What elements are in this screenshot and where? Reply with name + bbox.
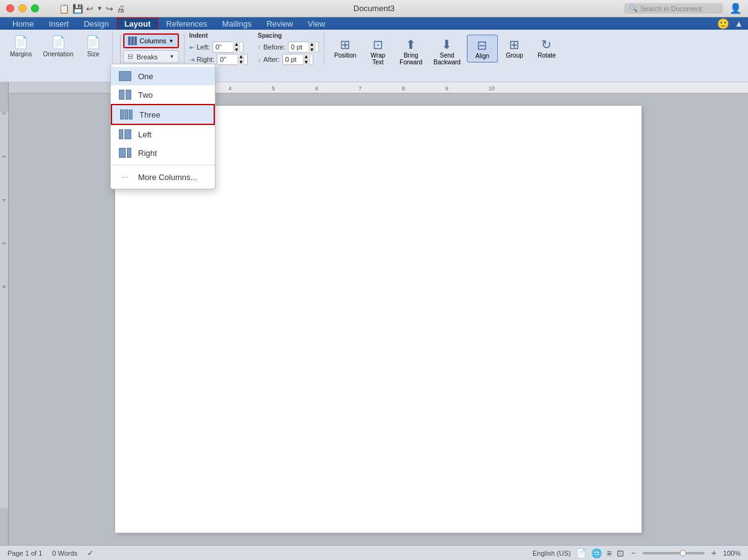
indent-left-up[interactable]: ▲: [233, 41, 240, 47]
bring-forward-label: BringForward: [399, 52, 422, 66]
indent-right-spinner[interactable]: ▲ ▼: [237, 54, 245, 65]
orientation-button[interactable]: 📄 Orientation: [38, 32, 79, 60]
columns-left-icon: [118, 129, 132, 140]
indent-right-up[interactable]: ▲: [237, 54, 245, 59]
spacing-before-label: Before:: [263, 43, 285, 51]
send-backward-button[interactable]: ⬇ SendBackward: [428, 35, 466, 68]
columns-three-icon: [120, 109, 133, 120]
page-setup-buttons: 📄 Margins 📄 Orientation 📄 Size: [5, 32, 107, 60]
indent-right-input[interactable]: 0" ▲ ▼: [217, 54, 248, 65]
spacing-after-label: After:: [263, 56, 279, 63]
spacing-after-value: 0 pt: [285, 56, 297, 63]
spacing-after-up[interactable]: ▲: [303, 54, 310, 59]
position-label: Position: [334, 52, 357, 59]
indent-right-value: 0": [220, 56, 226, 63]
view-focus-icon[interactable]: ⊡: [617, 548, 624, 558]
columns-two-option[interactable]: Two: [111, 85, 215, 104]
indent-left-value: 0": [215, 43, 222, 51]
status-bar: Page 1 of 1 0 Words ✓ English (US) 📄 🌐 ≡…: [0, 545, 748, 560]
wrap-text-button[interactable]: ⊡ WrapText: [362, 35, 393, 68]
align-label: Align: [476, 53, 489, 59]
language-display: English (US): [533, 549, 571, 557]
rotate-button[interactable]: ↻ Rotate: [531, 35, 562, 61]
more-columns-option[interactable]: ⋯ More Columns...: [111, 168, 215, 186]
spacing-after-down[interactable]: ▼: [303, 59, 310, 65]
breaks-arrow: ▼: [170, 54, 175, 59]
tab-references[interactable]: References: [159, 17, 214, 30]
indent-left-row: ⇤ Left: 0" ▲ ▼: [189, 41, 248, 53]
group-button[interactable]: ⊞ Group: [499, 35, 530, 61]
columns-dropdown-icon: ▼: [169, 38, 174, 44]
search-box[interactable]: 🔍 Search in Document: [624, 3, 723, 14]
zoom-minus[interactable]: －: [629, 548, 638, 559]
spacing-before-up[interactable]: ▲: [308, 41, 316, 47]
spacing-after-input[interactable]: 0 pt ▲ ▼: [282, 54, 313, 65]
undo-dropdown-icon[interactable]: ▼: [97, 5, 103, 12]
margins-button[interactable]: 📄 Margins: [5, 32, 37, 60]
user-icon[interactable]: 👤: [729, 2, 742, 14]
indent-right-down[interactable]: ▼: [237, 59, 245, 65]
search-placeholder: Search in Document: [640, 5, 702, 12]
indent-left-input[interactable]: 0" ▲ ▼: [212, 41, 243, 53]
columns-button[interactable]: Columns ▼: [123, 33, 179, 48]
window-title: Document3: [354, 4, 394, 13]
spacing-before-input[interactable]: 0 pt ▲ ▼: [288, 41, 319, 53]
align-button[interactable]: ⊟ Align: [467, 35, 498, 62]
spacing-before-spinner[interactable]: ▲ ▼: [308, 41, 316, 53]
spacing-before-down[interactable]: ▼: [308, 47, 316, 53]
save-icon[interactable]: 💾: [72, 4, 83, 14]
title-bar-right: 🔍 Search in Document 👤: [624, 2, 742, 14]
minimize-button[interactable]: [19, 4, 27, 12]
tab-review[interactable]: Review: [259, 17, 300, 30]
columns-right-option[interactable]: Right: [111, 144, 215, 162]
print-icon[interactable]: 🖨: [116, 4, 125, 14]
columns-three-option[interactable]: Three: [111, 104, 215, 125]
view-web-icon[interactable]: 🌐: [591, 548, 602, 558]
zoom-slider[interactable]: [643, 552, 705, 554]
tab-home[interactable]: Home: [5, 17, 41, 30]
tab-insert[interactable]: Insert: [41, 17, 77, 30]
columns-one-option[interactable]: One: [111, 67, 215, 85]
smiley-icon[interactable]: 🙂: [717, 18, 729, 30]
bring-forward-button[interactable]: ⬆ BringForward: [394, 35, 427, 68]
spell-check-icon[interactable]: ✓: [87, 549, 94, 558]
spacing-before-icon: ↑: [258, 44, 261, 51]
indent-left-arrow-icon: ⇤: [189, 44, 194, 51]
spacing-after-spinner[interactable]: ▲ ▼: [303, 54, 310, 65]
zoom-thumb[interactable]: [680, 550, 686, 556]
collapse-ribbon-icon[interactable]: ▲: [734, 19, 743, 28]
zoom-plus[interactable]: ＋: [710, 548, 718, 559]
indent-right-label: Right:: [197, 56, 215, 63]
notebook-icon[interactable]: 📋: [59, 4, 69, 14]
position-button[interactable]: ⊞ Position: [329, 35, 362, 61]
columns-left-option[interactable]: Left: [111, 125, 215, 144]
columns-two-icon: [118, 89, 132, 100]
tab-layout[interactable]: Layout: [116, 17, 159, 30]
undo-icon[interactable]: ↩: [86, 4, 94, 14]
columns-two-label: Two: [138, 90, 153, 100]
search-icon: 🔍: [629, 4, 638, 12]
size-button[interactable]: 📄 Size: [80, 32, 107, 60]
indent-left-down[interactable]: ▼: [233, 47, 240, 53]
indent-left-spinner[interactable]: ▲ ▼: [233, 41, 240, 53]
spacing-before-row: ↑ Before: 0 pt ▲ ▼: [258, 41, 318, 53]
breaks-button[interactable]: ⊟ Breaks ▼: [123, 50, 179, 63]
view-outline-icon[interactable]: ≡: [607, 548, 612, 558]
columns-three-label: Three: [139, 110, 160, 119]
view-normal-icon[interactable]: 📄: [576, 548, 586, 558]
spacing-before-value: 0 pt: [291, 43, 302, 51]
indent-title: Indent: [189, 32, 248, 39]
wrap-text-icon: ⊡: [373, 37, 383, 52]
tab-design[interactable]: Design: [76, 17, 116, 30]
send-backward-label: SendBackward: [433, 52, 461, 66]
maximize-button[interactable]: [31, 4, 39, 12]
tab-view[interactable]: View: [300, 17, 333, 30]
title-bar: 📋 💾 ↩ ▼ ↪ 🖨 Document3 🔍 Search in Docume…: [0, 0, 748, 17]
tab-mailings[interactable]: Mailings: [215, 17, 259, 30]
close-button[interactable]: [6, 4, 14, 12]
more-columns-icon: ⋯: [118, 171, 132, 183]
status-right: English (US) 📄 🌐 ≡ ⊡ － ＋ 100%: [533, 548, 741, 559]
size-label: Size: [87, 51, 99, 58]
redo-icon[interactable]: ↪: [106, 4, 113, 14]
margins-icon: 📄: [13, 35, 28, 50]
